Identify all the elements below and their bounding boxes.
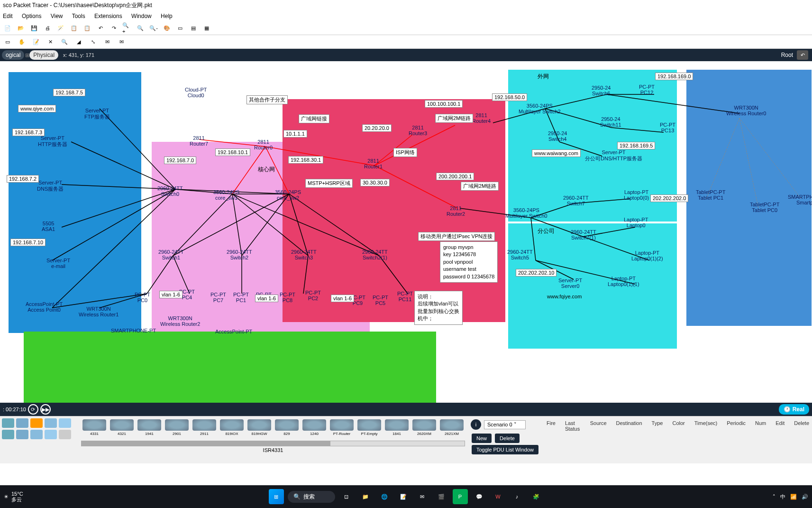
open-file-icon[interactable]: 📂 [16, 23, 26, 33]
device-label[interactable]: Cloud-PT Cloud0 [185, 87, 207, 98]
device-label[interactable]: Server-PT 分公司DNS/HTTP服务器 [585, 149, 642, 162]
app3-icon[interactable]: 🎬 [434, 489, 449, 504]
device-label[interactable]: 2960-24TT Switch0 [157, 185, 183, 197]
device-label[interactable]: SMARTPHONE-PT [111, 328, 156, 333]
app1-icon[interactable]: 📝 [396, 489, 411, 504]
model-item[interactable]: 1841 [383, 419, 410, 436]
device-label[interactable]: WRT300N Wireless Router1 [79, 306, 119, 317]
cat-routers-icon[interactable] [2, 418, 14, 428]
paste-icon[interactable]: 📋 [82, 23, 92, 33]
tab-logical[interactable]: ogical [2, 50, 24, 60]
device-label[interactable]: 2960-24TT Switch1 [158, 249, 184, 260]
explorer-icon[interactable]: 📁 [358, 489, 373, 504]
weather-widget[interactable]: ☀ 15°C 多云 [0, 485, 27, 508]
device-label[interactable]: TabletPC-PT Tablet PC1 [696, 189, 725, 201]
device-label[interactable]: PC-PT PC8 [280, 292, 295, 303]
device-label[interactable]: 2960-24TT Switch5 [507, 249, 533, 260]
device-label[interactable]: SMARTPHONE Smartph [788, 194, 812, 205]
model-item[interactable]: 819IOX [219, 419, 245, 436]
cat-security-icon[interactable] [59, 418, 71, 428]
root-button[interactable]: Root [781, 52, 793, 58]
device-label[interactable]: Laptop-PT Laptop0(1)(1) [608, 276, 639, 287]
inspect-icon[interactable]: 🔍 [60, 37, 69, 46]
device-label[interactable]: 2950-24 Switch11 [600, 116, 621, 128]
model-item[interactable]: 2620XM [411, 419, 438, 436]
new-file-icon[interactable]: 📄 [3, 23, 12, 33]
device-label[interactable]: 3560-24PS core_sw1 [213, 189, 239, 201]
zoom-out-icon[interactable]: 🔍- [149, 23, 158, 33]
windows-taskbar[interactable]: ⊞ 🔍 搜索 ⊡ 📁 🌐 📝 ✉ 🎬 P 💬 W ♪ 🧩 ˄ 中 📶 🔊 [0, 485, 812, 508]
device-label[interactable]: Laptop-PT Laptop0 [624, 217, 648, 228]
undo-icon[interactable]: ↶ [96, 23, 105, 33]
device-label[interactable]: 3560-24PS Multilayer Switch0 [505, 207, 547, 219]
ime-indicator[interactable]: 中 [780, 493, 785, 500]
device-label[interactable]: 2811 Router4 [472, 112, 491, 124]
packet-tracer-icon[interactable]: P [453, 489, 468, 504]
model-item[interactable]: 819HGW [246, 419, 273, 436]
wifi-icon[interactable]: 📶 [790, 494, 797, 500]
zoom-reset-icon[interactable]: 🔍 [136, 23, 145, 33]
device-label[interactable]: WRT300N Wireless Router2 [160, 315, 200, 327]
device-label[interactable]: 2960-24TT Switch7 [563, 195, 589, 206]
menu-options[interactable]: Options [22, 13, 41, 19]
list-icon[interactable]: ▤ [189, 23, 198, 33]
cat-custom-icon[interactable] [30, 430, 43, 439]
tray-up-icon[interactable]: ˄ [773, 494, 776, 500]
model-item[interactable]: 2621XM [438, 419, 465, 436]
device-label[interactable]: PC-PT PC12 [639, 84, 655, 95]
model-item[interactable]: 2911 [191, 419, 218, 436]
model-item[interactable]: 4331 [81, 419, 108, 436]
device-label[interactable]: PC-PT PC5 [373, 295, 388, 306]
device-label[interactable]: PC-PT PC7 [210, 292, 226, 303]
device-label[interactable]: 2960-24TT Switch7(1) [571, 229, 596, 240]
menu-extensions[interactable]: Extensions [94, 13, 122, 19]
device-label[interactable]: Server-PT HTTP服务器 [38, 135, 67, 148]
device-label[interactable]: Server-PT e-mail [46, 258, 70, 269]
model-item[interactable]: 1941 [136, 419, 163, 436]
model-item[interactable]: 4321 [109, 419, 135, 436]
nav-back-icon[interactable]: ↶ [797, 50, 808, 60]
app7-icon[interactable]: 🧩 [529, 489, 544, 504]
device-label[interactable]: PC-PT PC2 [305, 290, 321, 301]
device-label[interactable]: 2950-24 Switch4 [548, 130, 567, 142]
device-label[interactable]: 2960-24TT Switch2 [227, 249, 252, 260]
print-icon[interactable]: 🖨 [43, 23, 52, 33]
new-scenario-button[interactable]: New [472, 434, 492, 443]
cat-multi-icon[interactable] [45, 430, 57, 439]
device-label[interactable]: Server-PT DNS服务器 [37, 180, 64, 193]
device-label[interactable]: Server-PT Server0 [558, 277, 582, 289]
grid-icon[interactable]: ▦ [202, 23, 211, 33]
delete-icon[interactable]: ✕ [46, 37, 55, 46]
device-label[interactable]: PC-PT PC0 [135, 292, 150, 303]
app2-icon[interactable]: ✉ [415, 489, 430, 504]
model-item[interactable]: 1240 [301, 419, 328, 436]
model-scrollbar[interactable] [81, 441, 465, 446]
toggle-pdu-button[interactable]: Toggle PDU List Window [472, 445, 538, 454]
system-tray[interactable]: ˄ 中 📶 🔊 [773, 493, 808, 500]
device-label[interactable]: 2811 Router3 [409, 125, 427, 136]
copy-icon[interactable]: 📋 [69, 23, 79, 33]
menu-help[interactable]: Help [161, 13, 173, 19]
realtime-button[interactable]: 🕐 Real [779, 404, 809, 415]
zoom-in-icon[interactable]: 🔍+ [122, 23, 132, 33]
device-label[interactable]: TabletPC-PT Tablet PC0 [750, 202, 779, 213]
device-label[interactable]: Laptop-PT Laptop0(1)(2) [631, 250, 663, 261]
app4-icon[interactable]: 💬 [472, 489, 487, 504]
scenario-info-icon[interactable]: i [471, 419, 481, 430]
scenario-select[interactable]: Scenario 0 ˅ [484, 420, 526, 429]
device-label[interactable]: Server-PT FTP服务器 [84, 108, 110, 120]
select-icon[interactable]: ▭ [3, 37, 12, 46]
resize-icon[interactable]: ⤡ [88, 37, 98, 46]
browser-icon[interactable]: 🌐 [377, 489, 392, 504]
device-label[interactable]: 2811 Router2 [447, 205, 465, 217]
device-label[interactable]: 2960-24TT Switch3 [291, 249, 317, 260]
topology-canvas[interactable]: 外网 分公司 核心网 192.168.7.5 www.qiye.com 192.… [0, 61, 812, 403]
tab-physical[interactable]: Physical [29, 50, 58, 60]
power-cycle-icon[interactable]: ⟳ [28, 404, 38, 415]
menu-view[interactable]: View [51, 13, 63, 19]
volume-icon[interactable]: 🔊 [802, 494, 808, 500]
device-label[interactable]: Laptop-PT Laptop0(0) [624, 189, 649, 201]
device-label[interactable]: 2960-24TT Switch2(1) [362, 249, 388, 260]
redo-icon[interactable]: ↷ [109, 23, 119, 33]
menu-window[interactable]: Window [131, 13, 152, 19]
